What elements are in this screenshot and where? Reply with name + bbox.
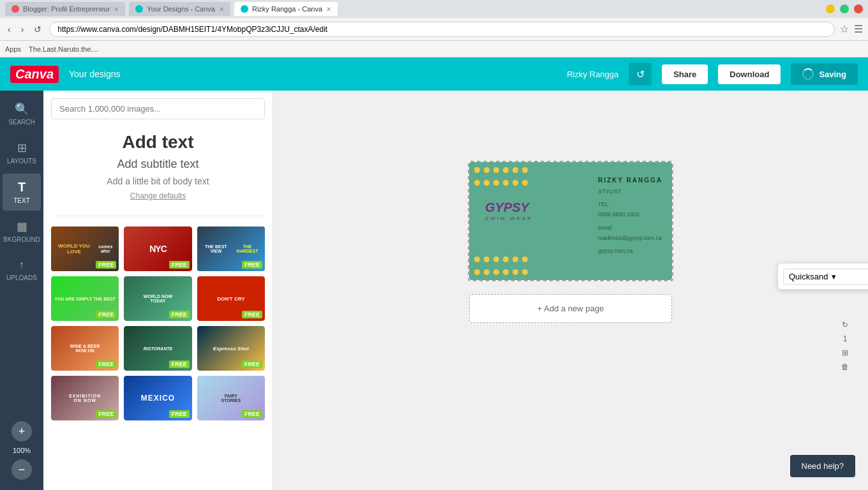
sidebar-item-label-bkground: BKGROUND [3, 236, 40, 243]
close-btn[interactable] [854, 4, 863, 13]
sidebar: 🔍 SEARCH ⊞ LAYOUTS T TEXT ▦ BKGROUND ↑ U… [0, 91, 43, 490]
sidebar-item-search[interactable]: 🔍 SEARCH [3, 96, 41, 132]
maximize-btn[interactable] [840, 4, 849, 13]
rotate-icon[interactable]: ↻ [842, 320, 848, 329]
bookmark-icon[interactable]: ☆ [840, 23, 849, 35]
tab-canva-active[interactable]: Rizky Rangga - Canva ✕ [234, 2, 338, 16]
change-defaults-btn[interactable]: Change defaults [130, 191, 186, 200]
bookmarks-bar: Apps The.Last.Naruto.the.... [0, 41, 868, 57]
tab-favicon [11, 5, 19, 13]
template-badge-1: FREE [96, 261, 116, 269]
user-name: Rizky Rangga [567, 70, 618, 79]
sidebar-item-layouts[interactable]: ⊞ LAYOUTS [3, 135, 41, 171]
template-item-2[interactable]: NYC FREE [124, 226, 191, 271]
apps-bookmark[interactable]: Apps [5, 45, 21, 53]
need-help-btn[interactable]: Need help? [790, 455, 856, 477]
template-item-9[interactable]: Espresso Shot FREE [197, 326, 265, 371]
delete-page-icon[interactable]: 🗑 [841, 362, 849, 371]
card-title: STYLIST [598, 186, 662, 197]
template-item-6[interactable]: DON'T CRY FREE [197, 276, 265, 321]
template-item-4[interactable]: YOU ARE SIMPLY THE BEST FREE [51, 276, 119, 321]
tab-favicon [135, 5, 143, 13]
sidebar-item-text[interactable]: T TEXT [3, 174, 41, 211]
template-item-11[interactable]: MEXICO FREE [124, 376, 191, 420]
search-input[interactable] [51, 98, 265, 119]
page-controls: ↻ 1 ⊞ 🗑 [841, 320, 849, 371]
minimize-btn[interactable] [826, 4, 835, 13]
copy-page-icon[interactable]: ⊞ [842, 348, 848, 357]
add-body-btn[interactable]: Add a little bit of body text [107, 176, 209, 186]
canvas-area: Quicksand ▾ ▾ 11.9 ▴ 🗑 ▾ [273, 91, 868, 490]
template-badge-7: FREE [96, 360, 116, 368]
sidebar-item-background[interactable]: ▦ BKGROUND [3, 213, 41, 249]
browser-chrome: Blogger: Profil Entrepreneur ✕ Your Desi… [0, 0, 868, 57]
template-item-7[interactable]: WINE & BEERNOW ON FREE [51, 326, 119, 371]
template-item-12[interactable]: FAIRYSTORIES FREE [197, 376, 265, 420]
template-item-5[interactable]: WORLD NOWTODAY FREE [124, 276, 191, 321]
template-badge-4: FREE [96, 311, 116, 318]
app: Canva Your designs Rizky Rangga ↺ Share … [0, 57, 868, 490]
layouts-icon: ⊞ [17, 141, 27, 155]
tab-blogger[interactable]: Blogger: Profil Entrepreneur ✕ [5, 2, 125, 16]
add-subtitle-btn[interactable]: Add subtitle text [117, 158, 198, 171]
dots-bottom2 [474, 256, 528, 262]
sidebar-item-label-layouts: LAYOUTS [7, 158, 36, 165]
refresh-btn[interactable]: ↺ [31, 22, 44, 37]
search-icon: 🔍 [15, 102, 29, 116]
template-item-1[interactable]: WORLD YOU LOVEcomes after FREE [51, 226, 119, 271]
undo-btn[interactable]: ↺ [629, 63, 652, 85]
dots-top [474, 167, 528, 173]
template-badge-8: FREE [169, 360, 190, 368]
page-number: 1 [843, 334, 848, 343]
panel-divider [51, 216, 265, 216]
tab-close[interactable]: ✕ [114, 6, 119, 13]
text-icon: T [18, 180, 26, 195]
title-bar: Blogger: Profil Entrepreneur ✕ Your Desi… [0, 0, 868, 18]
tab-your-designs[interactable]: Your Designs - Canva ✕ [129, 2, 230, 16]
font-selector[interactable]: Quicksand ▾ [783, 269, 868, 285]
tab-close[interactable]: ✕ [219, 6, 224, 13]
background-icon: ▦ [17, 219, 27, 234]
template-item-8[interactable]: RISTORANTE FREE [124, 326, 191, 371]
sidebar-bottom: + 100% − [11, 416, 32, 485]
share-btn[interactable]: Share [662, 64, 708, 84]
url-input[interactable] [49, 22, 835, 37]
tab-close[interactable]: ✕ [326, 6, 331, 13]
tel-label: TEL [598, 199, 662, 209]
download-btn[interactable]: Download [718, 64, 781, 84]
sidebar-item-label-search: SEARCH [8, 119, 35, 126]
forward-btn[interactable]: › [19, 22, 27, 37]
window-controls [826, 4, 863, 13]
add-page-btn[interactable]: + Add a new page [469, 294, 672, 323]
sidebar-item-uploads[interactable]: ↑ UPLOADS [3, 252, 41, 288]
template-badge-3: FREE [242, 261, 262, 269]
sidebar-item-label-text: TEXT [13, 197, 30, 204]
back-btn[interactable]: ‹ [5, 22, 13, 37]
brand-name: GYPSY [485, 200, 529, 215]
text-options: Add text Add subtitle text Add a little … [43, 127, 273, 211]
add-title-btn[interactable]: Add text [123, 132, 194, 152]
card-info: RIZKY RANGGA STYLIST TEL 0836 0830 1002 … [598, 175, 662, 256]
tab-label: Blogger: Profil Entrepreneur [23, 5, 110, 13]
saving-btn[interactable]: Saving [791, 63, 858, 85]
bookmark-label: The.Last.Naruto.the.... [29, 45, 98, 53]
brand-sub: SWIM WEAR [485, 216, 533, 221]
your-designs-link[interactable]: Your designs [69, 69, 120, 79]
template-item-10[interactable]: EXHIBITIONON NOW FREE [51, 376, 119, 420]
font-dropdown-icon: ▾ [832, 272, 836, 281]
website: gypsy.com.ca [598, 246, 662, 256]
template-badge-10: FREE [96, 410, 116, 418]
template-badge-12: FREE [242, 410, 262, 418]
menu-icon[interactable]: ☰ [854, 23, 863, 35]
design-card[interactable]: GYPSY SWIM WEAR RIZKY RANGGA STYLIST TEL… [468, 161, 673, 281]
text-panel: Add text Add subtitle text Add a little … [43, 91, 273, 490]
template-item-3[interactable]: THE BEST VIEWTHE HARDEST FREE [197, 226, 265, 271]
apps-label: Apps [5, 45, 21, 53]
zoom-in-btn[interactable]: + [11, 421, 32, 442]
canva-logo[interactable]: Canva [10, 66, 59, 83]
zoom-out-btn[interactable]: − [11, 459, 32, 480]
card-name: RIZKY RANGGA [598, 175, 662, 186]
naruto-bookmark[interactable]: The.Last.Naruto.the.... [29, 45, 98, 53]
tab-favicon [241, 5, 248, 13]
template-badge-2: FREE [169, 261, 190, 269]
